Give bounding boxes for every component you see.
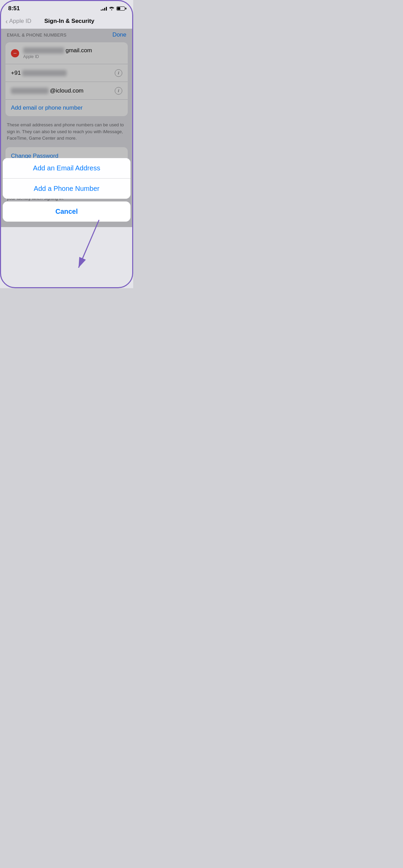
action-sheet: Add an Email Address Add a Phone Number … [0, 158, 133, 227]
action-sheet-group: Add an Email Address Add a Phone Number [3, 158, 130, 199]
wifi-icon [109, 6, 114, 11]
cancel-label: Cancel [55, 208, 78, 215]
page-title: Sign-In & Security [31, 18, 107, 25]
back-chevron-icon: ‹ [5, 18, 8, 25]
scroll-content: EMAIL & PHONE NUMBERS Done − gmail.com A… [0, 29, 133, 227]
status-icons [101, 6, 125, 11]
add-email-label: Add an Email Address [33, 164, 100, 172]
back-label: Apple ID [9, 18, 31, 25]
add-phone-label: Add a Phone Number [34, 185, 99, 193]
cancel-button[interactable]: Cancel [3, 201, 130, 222]
status-time: 8:51 [8, 5, 20, 12]
cancel-group: Cancel [3, 201, 130, 222]
battery-icon [116, 6, 125, 11]
add-email-button[interactable]: Add an Email Address [3, 158, 130, 179]
nav-header: ‹ Apple ID Sign-In & Security [0, 15, 133, 29]
back-button[interactable]: ‹ Apple ID [5, 18, 31, 25]
status-bar: 8:51 [0, 0, 133, 15]
svg-line-1 [79, 220, 99, 268]
signal-icon [101, 6, 107, 11]
add-phone-button[interactable]: Add a Phone Number [3, 179, 130, 199]
